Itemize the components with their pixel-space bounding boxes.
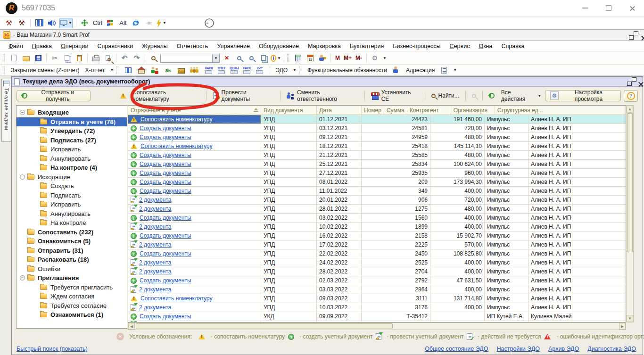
row-action-link[interactable]: 2 документа [139, 197, 172, 203]
cell-date[interactable]: 11.01.2022 [317, 187, 362, 195]
cell-contractor[interactable]: Импульс [485, 258, 528, 267]
table-row[interactable]: Создать документы УПД 02.03.2022 2792 47… [128, 276, 626, 285]
cell-contractor[interactable]: Импульс [485, 231, 528, 240]
cell-organization[interactable]: Алиев Н. А. ИП [528, 258, 572, 267]
cell-organization[interactable]: Алиев Н. А. ИП [528, 231, 572, 240]
cell-contractor[interactable]: Импульс [485, 178, 528, 186]
cell-action[interactable]: Создать документы [128, 160, 261, 168]
cell-structural-unit[interactable] [572, 178, 626, 186]
cell-doc-type[interactable]: УПД [261, 205, 317, 213]
cell-number[interactable]: 2864 [362, 285, 430, 294]
row-action-link[interactable]: 2 документа [139, 241, 172, 248]
cell-contractor[interactable]: Импульс [485, 285, 528, 294]
menu-item[interactable]: Окна [479, 43, 492, 50]
cell-doc-type[interactable]: УПД [261, 231, 317, 240]
close-button[interactable] [620, 0, 644, 16]
row-action-link[interactable]: Создать документы [140, 215, 191, 221]
table-row[interactable]: Создать документы УПД 08.01.2022 209 173… [128, 178, 626, 187]
refresh-icon[interactable] [131, 18, 141, 28]
cell-structural-unit[interactable] [572, 160, 626, 168]
scroll-right-icon[interactable]: ▶ [619, 323, 626, 330]
cell-number[interactable]: 2525 [362, 258, 430, 267]
cell-organization[interactable]: Алиев Н. А. ИП [528, 169, 572, 177]
tree-item[interactable]: Исходящие [17, 173, 127, 182]
cell-date[interactable]: 20.01.2022 [317, 196, 362, 204]
find-prev-icon[interactable] [246, 53, 256, 63]
toolbar-grip[interactable] [3, 54, 5, 62]
cell-structural-unit[interactable] [572, 312, 626, 321]
cell-date[interactable]: 10.02.2022 [317, 223, 362, 231]
copy-icon[interactable] [62, 53, 72, 63]
send-alt-button[interactable]: Alt [118, 18, 128, 28]
cell-date[interactable]: 27.12.2021 [317, 169, 362, 177]
cell-sum[interactable]: 100 624,00 [430, 160, 485, 168]
table-row[interactable]: Создать документы УПД 22.02.2022 2450 10… [128, 249, 626, 258]
cell-number[interactable]: 209 [362, 178, 430, 186]
clear-search-icon[interactable] [222, 53, 232, 63]
cell-date[interactable]: 09.12.2021 [317, 133, 362, 141]
cell-action[interactable]: Создать документы [128, 214, 261, 222]
table-row[interactable]: 2 документа УПД 10.02.2022 1899 400,00 И… [128, 223, 626, 231]
clear-find-button[interactable] [470, 93, 478, 99]
menu-item[interactable]: Бухгалтерия [350, 43, 384, 50]
row-action-link[interactable]: Создать документы [140, 188, 191, 194]
tree-item[interactable]: Аннулировать [17, 154, 127, 164]
row-action-link[interactable]: Создать документы [140, 134, 191, 140]
cell-doc-type[interactable]: УПД [261, 142, 317, 150]
tree-item[interactable]: Входящие [17, 108, 127, 117]
cell-number[interactable]: 1275 [362, 205, 430, 213]
x-report-button[interactable]: Х-отчет [83, 66, 106, 74]
session-timer-icon[interactable] [204, 18, 215, 28]
cell-contractor[interactable]: Импульс [485, 303, 528, 312]
cell-number[interactable]: 2450 [362, 249, 430, 258]
row-action-link[interactable]: Создать документы [140, 179, 191, 185]
menu-item[interactable]: Журналы [142, 43, 168, 50]
view-settings-button[interactable]: Настройка просмотра [545, 90, 621, 101]
row-action-link[interactable]: 2 документа [139, 206, 172, 212]
cell-structural-unit[interactable] [572, 258, 626, 267]
cell-sum[interactable]: 400,00 [430, 214, 485, 222]
cell-organization[interactable]: Алиев Н. А. ИП [528, 223, 572, 231]
table-row[interactable]: 2 документа УПД 28.02.2022 2704 400,00 И… [128, 267, 626, 276]
toolbar-grip[interactable] [116, 66, 118, 74]
row-action-link[interactable]: Сопоставить номенклатуру [140, 295, 212, 302]
cell-number[interactable]: 24581 [362, 124, 430, 132]
print-icon[interactable] [91, 53, 101, 63]
cell-doc-type[interactable]: УПД [261, 294, 317, 303]
row-action-link[interactable]: 2 документа [139, 223, 172, 230]
cell-date[interactable]: 03.03.2022 [317, 285, 362, 294]
cell-structural-unit[interactable] [572, 223, 626, 231]
cell-sum[interactable]: 47 631,50 [430, 276, 485, 285]
cell-action[interactable]: Сопоставить номенклатуру [128, 115, 261, 124]
money-icon[interactable] [163, 65, 173, 75]
table-row[interactable]: Сопоставить номенклатуру УПД 18.12.2021 … [128, 142, 626, 151]
cell-date[interactable]: 24.02.2022 [317, 258, 362, 267]
search-icon[interactable] [148, 53, 158, 63]
cell-sum[interactable]: 480,00 [430, 205, 485, 213]
menu-item[interactable]: Управление [217, 43, 250, 50]
tree-item[interactable]: Исправить [17, 200, 127, 209]
disconnect-icon[interactable] [143, 18, 154, 28]
tree-item[interactable]: Подписать (27) [17, 136, 127, 145]
cell-date[interactable]: 03.12.2021 [317, 124, 362, 132]
menu-item[interactable]: Правка [32, 43, 52, 50]
cell-organization[interactable]: Алиев Н. А. ИП [528, 205, 572, 213]
cell-organization[interactable]: Алиев Н. А. ИП [528, 196, 572, 204]
table-row[interactable]: Создать документы УПД 16.02.2022 2158 15… [128, 231, 626, 240]
cell-doc-type[interactable]: УПД [261, 160, 317, 168]
cell-date[interactable]: 28.02.2022 [317, 267, 362, 276]
tree-item[interactable]: Утвердить (72) [17, 126, 127, 136]
cell-structural-unit[interactable] [572, 214, 626, 222]
memory-button[interactable]: M- [354, 55, 363, 61]
scroll-up-icon[interactable]: ▲ [627, 106, 633, 113]
row-action-link[interactable]: Создать документы [140, 161, 191, 167]
mini-report-button[interactable]: РАСХ [240, 66, 253, 74]
table-row[interactable]: 2 документа УПД 17.02.2022 2225 570,00 И… [128, 240, 626, 249]
view-mode-button[interactable]: ▼ [59, 18, 73, 28]
tree-item[interactable]: Аннулировать [17, 209, 127, 219]
store-icon[interactable] [136, 65, 147, 75]
cell-action[interactable]: Создать документы [128, 276, 261, 285]
copy-window-icon[interactable] [258, 53, 269, 63]
row-action-link[interactable]: Сопоставить номенклатуру [140, 143, 212, 149]
all-actions-button[interactable]: Все действия ▾ [499, 88, 542, 103]
